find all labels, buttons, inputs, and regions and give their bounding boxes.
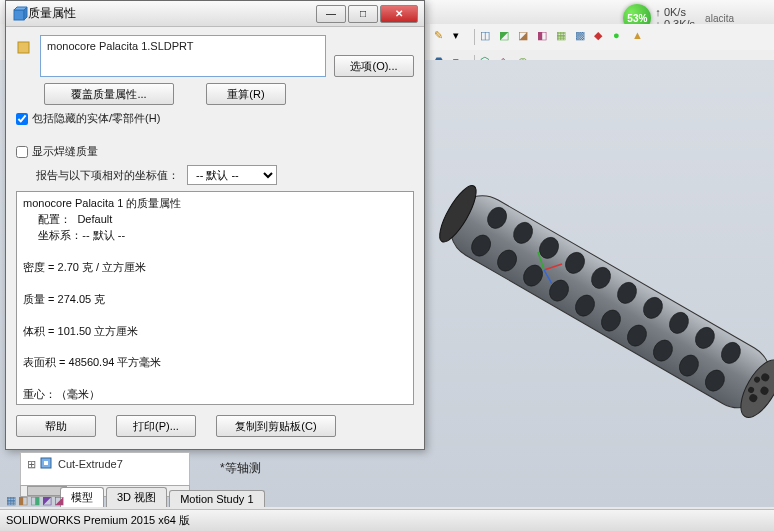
tree-item-label: Cut-Extrude7 xyxy=(58,458,123,470)
options-button[interactable]: 选项(O)... xyxy=(334,55,414,77)
minimize-button[interactable]: — xyxy=(316,5,346,23)
maximize-button[interactable]: □ xyxy=(348,5,378,23)
status-icon[interactable]: ◨ xyxy=(30,494,40,507)
tool-icon[interactable]: ◫ xyxy=(480,29,496,45)
status-bar: SOLIDWORKS Premium 2015 x64 版 xyxy=(0,509,774,531)
file-input[interactable]: monocore Palacita 1.SLDPRT xyxy=(40,35,326,77)
svg-rect-34 xyxy=(18,42,29,53)
tool-icon[interactable]: ● xyxy=(613,29,629,45)
show-weld-checkbox[interactable]: 显示焊缝质量 xyxy=(16,144,414,159)
print-button[interactable]: 打印(P)... xyxy=(116,415,196,437)
show-weld-label: 显示焊缝质量 xyxy=(32,144,98,159)
coord-select[interactable]: -- 默认 -- xyxy=(187,165,277,185)
status-icon[interactable]: ▦ xyxy=(6,494,16,507)
close-button[interactable]: ✕ xyxy=(380,5,418,23)
view-orientation-label: *等轴测 xyxy=(220,460,261,477)
help-button[interactable]: 帮助 xyxy=(16,415,96,437)
report-textarea[interactable]: monocore Palacita 1 的质量属性 配置： Default 坐标… xyxy=(16,191,414,405)
part-icon xyxy=(16,39,32,55)
copy-button[interactable]: 复制到剪贴板(C) xyxy=(216,415,336,437)
tool-icon[interactable]: ◩ xyxy=(499,29,515,45)
mass-properties-dialog: 质量属性 — □ ✕ monocore Palacita 1.SLDPRT 选项… xyxy=(5,0,425,450)
tool-icon[interactable]: ▩ xyxy=(575,29,591,45)
dialog-titlebar[interactable]: 质量属性 — □ ✕ xyxy=(6,1,424,27)
tab-motion[interactable]: Motion Study 1 xyxy=(169,490,264,507)
include-hidden-checkbox[interactable]: 包括隐藏的实体/零部件(H) xyxy=(16,111,414,126)
recalc-button[interactable]: 重算(R) xyxy=(206,83,286,105)
tab-fragment: alacita xyxy=(705,13,734,24)
tool-icon[interactable]: ◆ xyxy=(594,29,610,45)
status-icon[interactable]: ◧ xyxy=(18,494,28,507)
expand-icon[interactable]: ⊞ xyxy=(27,458,36,471)
svg-marker-33 xyxy=(24,7,27,20)
sketch-icon[interactable]: ✎ xyxy=(434,29,450,45)
tool-icon[interactable]: ◪ xyxy=(518,29,534,45)
bottom-tabs: 模型 3D 视图 Motion Study 1 xyxy=(60,487,265,507)
tool-icon[interactable]: ▲ xyxy=(632,29,648,45)
show-weld-input[interactable] xyxy=(16,146,28,158)
tree-item[interactable]: ⊞ Cut-Extrude7 xyxy=(23,455,187,473)
mass-icon xyxy=(12,6,28,22)
perf-upload: ↑ 0K/s xyxy=(655,6,695,18)
cut-extrude-icon xyxy=(40,456,54,472)
tab-model[interactable]: 模型 xyxy=(60,487,104,507)
tool-icon[interactable]: ▦ xyxy=(556,29,572,45)
include-hidden-label: 包括隐藏的实体/零部件(H) xyxy=(32,111,160,126)
coord-label: 报告与以下项相对的坐标值： xyxy=(36,168,179,183)
status-icon[interactable]: ◩ xyxy=(42,494,52,507)
tab-3dview[interactable]: 3D 视图 xyxy=(106,487,167,507)
status-text: SOLIDWORKS Premium 2015 x64 版 xyxy=(6,513,190,528)
dialog-title: 质量属性 xyxy=(28,5,314,22)
status-icon[interactable]: ◪ xyxy=(54,494,64,507)
tool-icon[interactable]: ◧ xyxy=(537,29,553,45)
part-render xyxy=(394,100,774,480)
include-hidden-input[interactable] xyxy=(16,113,28,125)
status-icons: ▦ ◧ ◨ ◩ ◪ xyxy=(6,494,64,507)
command-toolbar: ✎ ▾ ◫ ◩ ◪ ◧ ▦ ▩ ◆ ● ▲ xyxy=(430,24,774,50)
svg-rect-36 xyxy=(44,461,48,465)
tool-icon[interactable]: ▾ xyxy=(453,29,469,45)
override-button[interactable]: 覆盖质量属性... xyxy=(44,83,174,105)
svg-rect-31 xyxy=(14,10,24,20)
